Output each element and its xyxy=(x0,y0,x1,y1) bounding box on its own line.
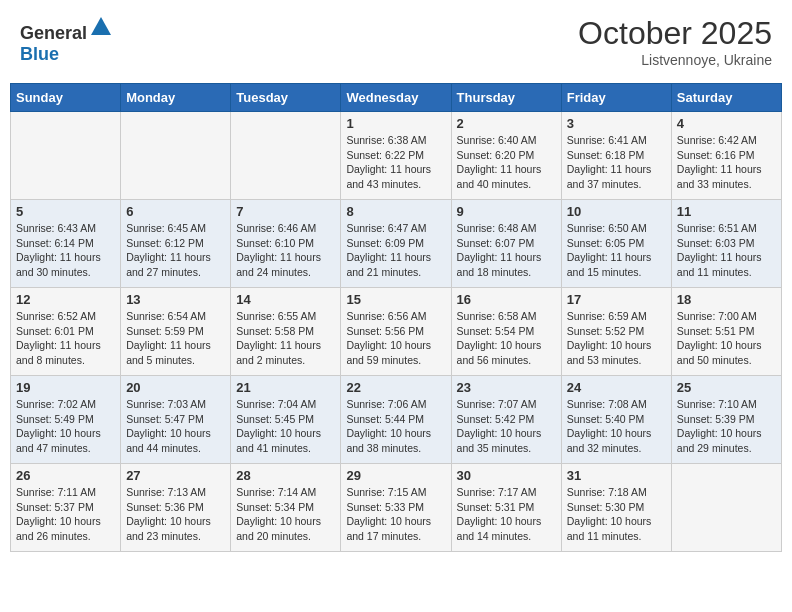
day-info: Sunrise: 7:07 AM Sunset: 5:42 PM Dayligh… xyxy=(457,397,556,456)
calendar-cell: 5Sunrise: 6:43 AM Sunset: 6:14 PM Daylig… xyxy=(11,200,121,288)
logo-general: General xyxy=(20,23,87,43)
calendar-cell: 29Sunrise: 7:15 AM Sunset: 5:33 PM Dayli… xyxy=(341,464,451,552)
day-number: 30 xyxy=(457,468,556,483)
calendar-cell: 14Sunrise: 6:55 AM Sunset: 5:58 PM Dayli… xyxy=(231,288,341,376)
calendar-cell: 12Sunrise: 6:52 AM Sunset: 6:01 PM Dayli… xyxy=(11,288,121,376)
day-info: Sunrise: 7:15 AM Sunset: 5:33 PM Dayligh… xyxy=(346,485,445,544)
day-number: 16 xyxy=(457,292,556,307)
calendar-cell: 30Sunrise: 7:17 AM Sunset: 5:31 PM Dayli… xyxy=(451,464,561,552)
day-number: 31 xyxy=(567,468,666,483)
location-subtitle: Listvennoye, Ukraine xyxy=(578,52,772,68)
column-header-sunday: Sunday xyxy=(11,84,121,112)
day-info: Sunrise: 7:08 AM Sunset: 5:40 PM Dayligh… xyxy=(567,397,666,456)
calendar-cell: 25Sunrise: 7:10 AM Sunset: 5:39 PM Dayli… xyxy=(671,376,781,464)
day-number: 3 xyxy=(567,116,666,131)
day-number: 19 xyxy=(16,380,115,395)
column-header-thursday: Thursday xyxy=(451,84,561,112)
calendar-cell: 17Sunrise: 6:59 AM Sunset: 5:52 PM Dayli… xyxy=(561,288,671,376)
column-header-wednesday: Wednesday xyxy=(341,84,451,112)
day-info: Sunrise: 6:38 AM Sunset: 6:22 PM Dayligh… xyxy=(346,133,445,192)
day-number: 23 xyxy=(457,380,556,395)
day-info: Sunrise: 7:03 AM Sunset: 5:47 PM Dayligh… xyxy=(126,397,225,456)
day-number: 22 xyxy=(346,380,445,395)
day-info: Sunrise: 7:18 AM Sunset: 5:30 PM Dayligh… xyxy=(567,485,666,544)
day-info: Sunrise: 6:42 AM Sunset: 6:16 PM Dayligh… xyxy=(677,133,776,192)
calendar-cell: 19Sunrise: 7:02 AM Sunset: 5:49 PM Dayli… xyxy=(11,376,121,464)
day-number: 8 xyxy=(346,204,445,219)
calendar-table: SundayMondayTuesdayWednesdayThursdayFrid… xyxy=(10,83,782,552)
day-number: 25 xyxy=(677,380,776,395)
calendar-cell: 10Sunrise: 6:50 AM Sunset: 6:05 PM Dayli… xyxy=(561,200,671,288)
day-info: Sunrise: 6:50 AM Sunset: 6:05 PM Dayligh… xyxy=(567,221,666,280)
calendar-header-row: SundayMondayTuesdayWednesdayThursdayFrid… xyxy=(11,84,782,112)
calendar-cell: 23Sunrise: 7:07 AM Sunset: 5:42 PM Dayli… xyxy=(451,376,561,464)
calendar-week-row: 1Sunrise: 6:38 AM Sunset: 6:22 PM Daylig… xyxy=(11,112,782,200)
calendar-cell xyxy=(671,464,781,552)
calendar-cell: 6Sunrise: 6:45 AM Sunset: 6:12 PM Daylig… xyxy=(121,200,231,288)
column-header-saturday: Saturday xyxy=(671,84,781,112)
day-number: 12 xyxy=(16,292,115,307)
day-number: 14 xyxy=(236,292,335,307)
day-info: Sunrise: 6:55 AM Sunset: 5:58 PM Dayligh… xyxy=(236,309,335,368)
day-info: Sunrise: 7:13 AM Sunset: 5:36 PM Dayligh… xyxy=(126,485,225,544)
logo: General Blue xyxy=(20,15,113,65)
day-number: 26 xyxy=(16,468,115,483)
day-number: 18 xyxy=(677,292,776,307)
day-number: 1 xyxy=(346,116,445,131)
calendar-cell: 16Sunrise: 6:58 AM Sunset: 5:54 PM Dayli… xyxy=(451,288,561,376)
calendar-cell: 31Sunrise: 7:18 AM Sunset: 5:30 PM Dayli… xyxy=(561,464,671,552)
calendar-cell: 18Sunrise: 7:00 AM Sunset: 5:51 PM Dayli… xyxy=(671,288,781,376)
day-info: Sunrise: 6:58 AM Sunset: 5:54 PM Dayligh… xyxy=(457,309,556,368)
day-info: Sunrise: 6:40 AM Sunset: 6:20 PM Dayligh… xyxy=(457,133,556,192)
month-title: October 2025 xyxy=(578,15,772,52)
calendar-cell: 2Sunrise: 6:40 AM Sunset: 6:20 PM Daylig… xyxy=(451,112,561,200)
calendar-cell: 7Sunrise: 6:46 AM Sunset: 6:10 PM Daylig… xyxy=(231,200,341,288)
day-info: Sunrise: 6:46 AM Sunset: 6:10 PM Dayligh… xyxy=(236,221,335,280)
calendar-week-row: 26Sunrise: 7:11 AM Sunset: 5:37 PM Dayli… xyxy=(11,464,782,552)
calendar-cell xyxy=(121,112,231,200)
day-number: 2 xyxy=(457,116,556,131)
logo-icon xyxy=(89,15,113,39)
calendar-cell: 11Sunrise: 6:51 AM Sunset: 6:03 PM Dayli… xyxy=(671,200,781,288)
calendar-cell xyxy=(231,112,341,200)
calendar-cell: 26Sunrise: 7:11 AM Sunset: 5:37 PM Dayli… xyxy=(11,464,121,552)
title-area: October 2025 Listvennoye, Ukraine xyxy=(578,15,772,68)
day-info: Sunrise: 7:06 AM Sunset: 5:44 PM Dayligh… xyxy=(346,397,445,456)
column-header-friday: Friday xyxy=(561,84,671,112)
day-number: 11 xyxy=(677,204,776,219)
calendar-cell: 21Sunrise: 7:04 AM Sunset: 5:45 PM Dayli… xyxy=(231,376,341,464)
calendar-cell: 24Sunrise: 7:08 AM Sunset: 5:40 PM Dayli… xyxy=(561,376,671,464)
column-header-monday: Monday xyxy=(121,84,231,112)
day-info: Sunrise: 7:02 AM Sunset: 5:49 PM Dayligh… xyxy=(16,397,115,456)
logo-text: General Blue xyxy=(20,15,113,65)
day-number: 9 xyxy=(457,204,556,219)
calendar-cell: 3Sunrise: 6:41 AM Sunset: 6:18 PM Daylig… xyxy=(561,112,671,200)
day-number: 17 xyxy=(567,292,666,307)
calendar-cell: 1Sunrise: 6:38 AM Sunset: 6:22 PM Daylig… xyxy=(341,112,451,200)
day-info: Sunrise: 7:10 AM Sunset: 5:39 PM Dayligh… xyxy=(677,397,776,456)
page-header: General Blue October 2025 Listvennoye, U… xyxy=(10,10,782,73)
calendar-cell: 4Sunrise: 6:42 AM Sunset: 6:16 PM Daylig… xyxy=(671,112,781,200)
day-number: 20 xyxy=(126,380,225,395)
day-number: 4 xyxy=(677,116,776,131)
day-info: Sunrise: 7:11 AM Sunset: 5:37 PM Dayligh… xyxy=(16,485,115,544)
calendar-cell: 27Sunrise: 7:13 AM Sunset: 5:36 PM Dayli… xyxy=(121,464,231,552)
day-number: 13 xyxy=(126,292,225,307)
day-number: 7 xyxy=(236,204,335,219)
calendar-cell: 20Sunrise: 7:03 AM Sunset: 5:47 PM Dayli… xyxy=(121,376,231,464)
calendar-cell: 15Sunrise: 6:56 AM Sunset: 5:56 PM Dayli… xyxy=(341,288,451,376)
day-number: 24 xyxy=(567,380,666,395)
day-info: Sunrise: 6:59 AM Sunset: 5:52 PM Dayligh… xyxy=(567,309,666,368)
day-info: Sunrise: 6:54 AM Sunset: 5:59 PM Dayligh… xyxy=(126,309,225,368)
day-info: Sunrise: 7:17 AM Sunset: 5:31 PM Dayligh… xyxy=(457,485,556,544)
day-info: Sunrise: 6:52 AM Sunset: 6:01 PM Dayligh… xyxy=(16,309,115,368)
calendar-cell: 9Sunrise: 6:48 AM Sunset: 6:07 PM Daylig… xyxy=(451,200,561,288)
day-number: 15 xyxy=(346,292,445,307)
logo-blue: Blue xyxy=(20,44,59,64)
day-info: Sunrise: 7:14 AM Sunset: 5:34 PM Dayligh… xyxy=(236,485,335,544)
day-info: Sunrise: 6:48 AM Sunset: 6:07 PM Dayligh… xyxy=(457,221,556,280)
day-number: 10 xyxy=(567,204,666,219)
calendar-cell: 13Sunrise: 6:54 AM Sunset: 5:59 PM Dayli… xyxy=(121,288,231,376)
day-number: 6 xyxy=(126,204,225,219)
day-number: 5 xyxy=(16,204,115,219)
